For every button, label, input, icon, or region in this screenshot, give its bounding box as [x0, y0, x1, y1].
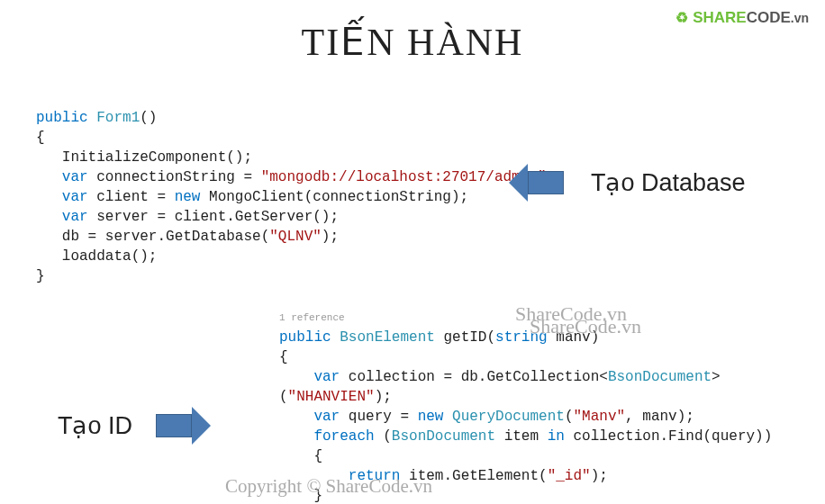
code-snippet-1: public Form1() { InitializeComponent(); …: [36, 108, 555, 286]
arrow-left-icon: [528, 171, 564, 194]
logo-part1: SHARE: [693, 9, 747, 26]
arrow-create-id: Tạo ID: [58, 411, 192, 440]
arrow-right-icon: [156, 414, 192, 437]
label-create-id: Tạo ID: [58, 411, 132, 440]
watermark-copyright: Copyright © ShareCode.vn: [225, 475, 432, 498]
logo-suffix: .vn: [791, 11, 809, 25]
brand-logo: ♻ SHARECODE.vn: [675, 9, 809, 27]
recycle-icon: ♻: [675, 10, 688, 25]
arrow-create-database: Tạo Database: [528, 168, 746, 197]
label-create-database: Tạo Database: [591, 168, 746, 197]
watermark-2: ShareCode.vn: [530, 315, 641, 338]
logo-part2: CODE: [747, 9, 791, 26]
